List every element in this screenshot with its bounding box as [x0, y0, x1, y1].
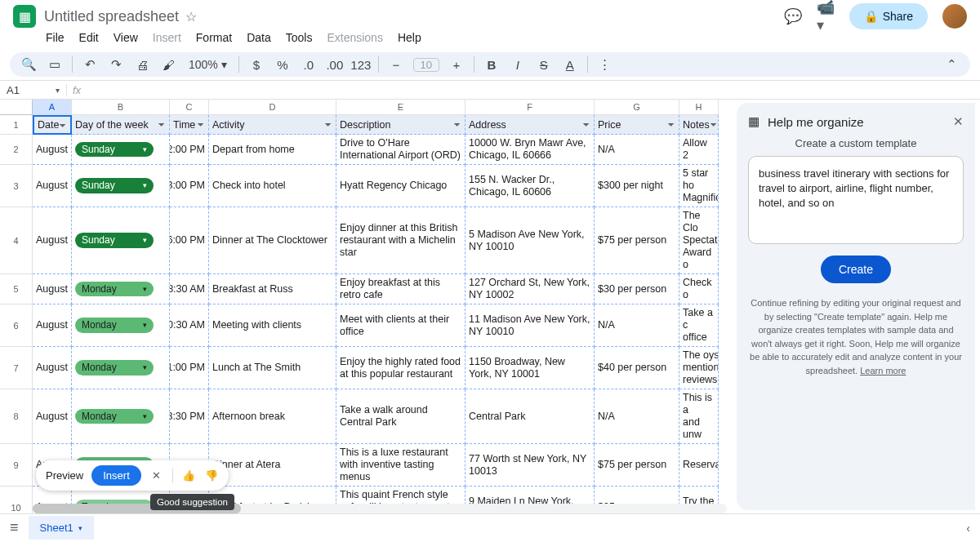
menu-help[interactable]: Help	[398, 31, 421, 44]
row-header[interactable]: 7	[0, 347, 33, 389]
cell-day[interactable]: Monday▾	[72, 389, 170, 444]
cell-day[interactable]: Sunday▾	[72, 135, 170, 165]
prompt-textarea[interactable]: business travel itinerary with sections …	[748, 156, 964, 244]
cell-address[interactable]: 10000 W. Bryn Mawr Ave, Chicago, IL 6066…	[466, 135, 595, 165]
column-header[interactable]: D	[209, 100, 336, 115]
cell-price[interactable]: N/A	[595, 389, 679, 444]
cell-time[interactable]: 6:00 PM	[170, 207, 209, 274]
cell-date[interactable]: August 7	[33, 135, 72, 165]
zoom-select[interactable]: 100%▾	[185, 58, 230, 71]
cell-activity[interactable]: Lunch at The Smith	[209, 347, 336, 389]
row-header[interactable]: 8	[0, 389, 33, 444]
cell-notes[interactable]: The CloSpectatAward o	[679, 207, 719, 274]
redo-icon[interactable]: ↷	[107, 56, 125, 73]
menu-format[interactable]: Format	[196, 31, 232, 44]
cell-time[interactable]: 3:00 PM	[170, 165, 209, 207]
cell-price[interactable]: $75 per person	[595, 207, 679, 274]
cell-description[interactable]: Enjoy breakfast at this retro cafe	[336, 274, 466, 304]
sheet-tab[interactable]: Sheet1 ▾	[29, 516, 94, 540]
italic-icon[interactable]: I	[509, 56, 527, 73]
insert-button[interactable]: Insert	[91, 465, 141, 486]
cell-date[interactable]: August 7	[33, 207, 72, 274]
close-icon[interactable]: ✕	[149, 469, 164, 483]
row-header[interactable]: 10	[0, 487, 33, 513]
cell-notes[interactable]: Take a coffice	[679, 304, 719, 347]
cell-price[interactable]: $75 per person	[595, 444, 679, 487]
cell-activity[interactable]: Dinner at Atera	[209, 444, 336, 487]
cell-date[interactable]: August 8	[33, 389, 72, 444]
column-header[interactable]: G	[595, 100, 679, 115]
table-header-cell[interactable]: Price⏷	[595, 115, 679, 135]
cell-date[interactable]: August 8	[33, 304, 72, 347]
column-header[interactable]: A	[33, 100, 72, 115]
avatar[interactable]	[942, 4, 967, 29]
learn-more-link[interactable]: Learn more	[860, 366, 906, 375]
menu-tools[interactable]: Tools	[286, 31, 313, 44]
row-header[interactable]: 6	[0, 304, 33, 347]
cell-activity[interactable]: Depart from home	[209, 135, 336, 165]
table-header-cell[interactable]: Time⏷	[170, 115, 209, 135]
cell-description[interactable]: Take a walk around Central Park	[336, 389, 466, 444]
text-color-icon[interactable]: A	[561, 56, 579, 73]
table-header-cell[interactable]: Address⏷	[466, 115, 595, 135]
cell-activity[interactable]: Breakfast at Russ	[209, 274, 336, 304]
spreadsheet-grid[interactable]: ABCDEFGH1Date⏷Day of the week⏷Time⏷Activ…	[0, 100, 737, 513]
star-icon[interactable]: ☆	[185, 9, 197, 24]
column-header[interactable]: C	[170, 100, 209, 115]
table-header-cell[interactable]: Date⏷	[33, 115, 72, 135]
more-icon[interactable]: ⋮	[596, 56, 614, 73]
cell-activity[interactable]: Meeting with clients	[209, 304, 336, 347]
more-formats-icon[interactable]: 123	[352, 56, 370, 73]
cell-description[interactable]: Enjoy dinner at this British restaurant …	[336, 207, 466, 274]
cell-day[interactable]: Monday▾	[72, 347, 170, 389]
print-icon[interactable]: 🖨	[133, 56, 151, 73]
cell-activity[interactable]: Check into hotel	[209, 165, 336, 207]
meet-icon[interactable]: 📹▾	[817, 7, 835, 25]
cell-description[interactable]: This is a luxe restaurant with inventive…	[336, 444, 466, 487]
column-header[interactable]: B	[72, 100, 170, 115]
cell-address[interactable]: 127 Orchard St, New York, NY 10002	[466, 274, 595, 304]
menu-insert[interactable]: Insert	[153, 31, 181, 44]
share-button[interactable]: 🔒 Share	[849, 3, 928, 29]
menu-view[interactable]: View	[114, 31, 138, 44]
expand-sidepanel-icon[interactable]: ‹	[966, 522, 970, 535]
thumbs-down-icon[interactable]: 👎	[204, 469, 219, 483]
row-header[interactable]: 2	[0, 135, 33, 165]
cell-description[interactable]: Meet with clients at their office	[336, 304, 466, 347]
cell-address[interactable]: 77 Worth st New York, NY 10013	[466, 444, 595, 487]
cell-address[interactable]: 155 N. Wacker Dr., Chicago, IL 60606	[466, 165, 595, 207]
comments-icon[interactable]: 💬	[784, 7, 802, 25]
cell-price[interactable]: $30 per person	[595, 274, 679, 304]
cell-address[interactable]: 5 Madison Ave New York, NY 10010	[466, 207, 595, 274]
cell-date[interactable]: August 7	[33, 165, 72, 207]
decrease-decimal-icon[interactable]: .0	[300, 56, 318, 73]
cell-time[interactable]: 3:30 PM	[170, 389, 209, 444]
cell-address[interactable]: 1150 Broadway, New York, NY 10001	[466, 347, 595, 389]
undo-icon[interactable]: ↶	[81, 56, 99, 73]
menu-extensions[interactable]: Extensions	[327, 31, 382, 44]
thumbs-up-icon[interactable]: 👍	[181, 469, 196, 483]
strike-icon[interactable]: S	[535, 56, 553, 73]
column-header[interactable]: E	[336, 100, 466, 115]
cell-price[interactable]: N/A	[595, 304, 679, 347]
search-icon[interactable]: 🔍	[20, 56, 38, 73]
cell-activity[interactable]: Dinner at The Clocktower	[209, 207, 336, 274]
cell-address[interactable]: Central Park	[466, 389, 595, 444]
font-minus-icon[interactable]: −	[387, 56, 405, 73]
cell-reference[interactable]: A1 ▾	[0, 84, 67, 96]
cell-price[interactable]: $300 per night	[595, 165, 679, 207]
cell-description[interactable]: Drive to O'Hare International Airport (O…	[336, 135, 466, 165]
all-sheets-icon[interactable]: ≡	[10, 519, 19, 536]
cell-time[interactable]: 2:00 PM	[170, 135, 209, 165]
cell-day[interactable]: Monday▾	[72, 304, 170, 347]
cell-notes[interactable]: Allow 2	[679, 135, 719, 165]
doc-title[interactable]: Untitled spreadsheet	[44, 8, 179, 25]
percent-icon[interactable]: %	[274, 56, 292, 73]
currency-icon[interactable]: $	[247, 56, 265, 73]
row-header[interactable]: 9	[0, 444, 33, 487]
font-size-input[interactable]	[413, 58, 439, 72]
cell-notes[interactable]: Reserva	[679, 444, 719, 487]
cell-activity[interactable]: Afternoon break	[209, 389, 336, 444]
column-header[interactable]: H	[679, 100, 719, 115]
sheets-logo[interactable]: ▦	[13, 5, 36, 28]
